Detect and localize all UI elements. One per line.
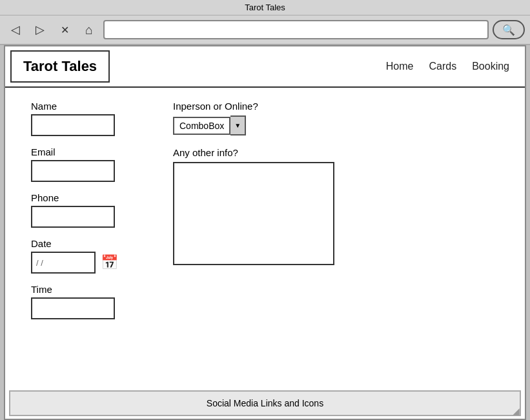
phone-input[interactable] — [31, 206, 115, 228]
search-icon: 🔍 — [502, 24, 515, 36]
name-field-group: Name — [31, 101, 134, 136]
browser-toolbar: ◁ ▷ ✕ ⌂ 🔍 — [0, 15, 530, 45]
address-bar[interactable] — [103, 20, 489, 39]
footer-text: Social Media Links and Icons — [207, 398, 323, 408]
name-input[interactable] — [31, 114, 115, 136]
nav-home[interactable]: Home — [386, 61, 414, 72]
email-label: Email — [31, 146, 134, 157]
left-column: Name Email Phone Date 📅 Time — [31, 101, 134, 377]
date-row: 📅 — [31, 252, 134, 274]
resize-handle[interactable]: ◢ — [513, 406, 520, 416]
combobox[interactable]: ComboBox — [173, 117, 230, 135]
name-label: Name — [31, 101, 134, 112]
date-label: Date — [31, 238, 134, 249]
combobox-arrow[interactable]: ▼ — [230, 115, 246, 135]
email-input[interactable] — [31, 160, 115, 182]
title-bar: Tarot Tales — [0, 0, 530, 15]
other-info-textarea[interactable] — [173, 162, 334, 265]
combobox-value: ComboBox — [179, 121, 224, 131]
main-content: Name Email Phone Date 📅 Time — [5, 88, 525, 390]
calendar-icon[interactable]: 📅 — [101, 254, 118, 271]
nav-links: Home Cards Booking — [371, 46, 525, 86]
time-field-group: Time — [31, 284, 134, 319]
other-info-group: Any other info? — [173, 147, 499, 268]
back-button[interactable]: ◁ — [5, 19, 26, 40]
phone-field-group: Phone — [31, 192, 134, 228]
footer: Social Media Links and Icons — [9, 390, 521, 416]
nav-booking[interactable]: Booking — [472, 61, 509, 72]
forward-button[interactable]: ▷ — [30, 19, 50, 40]
right-column: Inperson or Online? ComboBox ▼ Any other… — [173, 101, 499, 377]
date-field-group: Date 📅 — [31, 238, 134, 274]
title-bar-text: Tarot Tales — [245, 3, 285, 12]
other-info-label: Any other info? — [173, 147, 499, 158]
phone-label: Phone — [31, 192, 134, 203]
combobox-row: ComboBox ▼ — [173, 115, 499, 135]
site-logo: Tarot Tales — [10, 50, 110, 83]
nav-spacer — [115, 46, 371, 86]
time-label: Time — [31, 284, 134, 295]
browser-window: Tarot Tales Home Cards Booking Name Emai… — [4, 45, 526, 420]
close-button[interactable]: ✕ — [54, 19, 75, 40]
time-input[interactable] — [31, 297, 115, 319]
inperson-label: Inperson or Online? — [173, 101, 499, 112]
nav-cards[interactable]: Cards — [429, 61, 456, 72]
search-button[interactable]: 🔍 — [493, 20, 525, 39]
dropdown-icon: ▼ — [234, 122, 241, 129]
date-input[interactable] — [31, 252, 96, 274]
email-field-group: Email — [31, 146, 134, 182]
home-button[interactable]: ⌂ — [79, 19, 99, 40]
inperson-field-group: Inperson or Online? ComboBox ▼ — [173, 101, 499, 135]
site-nav: Tarot Tales Home Cards Booking — [5, 46, 525, 88]
